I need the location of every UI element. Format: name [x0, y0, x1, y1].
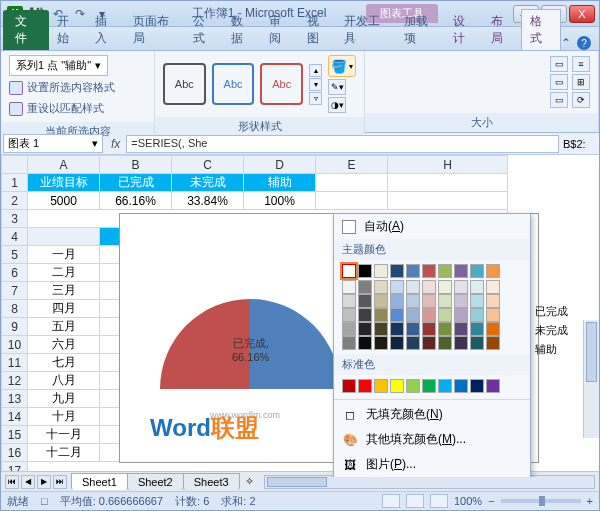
cell[interactable]: 一月 — [28, 246, 100, 264]
scrollbar-thumb[interactable] — [267, 477, 327, 487]
color-swatch[interactable] — [422, 379, 436, 393]
shape-effects-button[interactable]: ◑▾ — [328, 97, 346, 113]
cell[interactable]: 十月 — [28, 408, 100, 426]
row-header[interactable]: 4 — [2, 228, 28, 246]
color-swatch[interactable] — [470, 280, 484, 294]
fx-icon[interactable]: fx — [105, 137, 126, 151]
color-swatch[interactable] — [422, 336, 436, 350]
tab-page-layout[interactable]: 页面布局 — [125, 10, 185, 50]
color-swatch[interactable] — [438, 308, 452, 322]
col-header-e[interactable]: E — [316, 156, 388, 174]
color-swatch[interactable] — [470, 379, 484, 393]
color-swatch[interactable] — [422, 280, 436, 294]
row-header[interactable]: 8 — [2, 300, 28, 318]
color-swatch[interactable] — [454, 280, 468, 294]
shape-style-1[interactable]: Abc — [163, 63, 206, 105]
color-swatch[interactable] — [438, 379, 452, 393]
chart-element-selector[interactable]: 系列1 点 "辅助"▾ — [9, 55, 108, 76]
color-swatch[interactable] — [422, 264, 436, 278]
cell[interactable]: 业绩目标 — [28, 174, 100, 192]
color-swatch[interactable] — [438, 280, 452, 294]
cell[interactable]: 十二月 — [28, 444, 100, 462]
row-header[interactable]: 9 — [2, 318, 28, 336]
name-box[interactable]: 图表 1▾ — [3, 134, 103, 153]
color-swatch[interactable] — [406, 322, 420, 336]
fill-auto-item[interactable]: 自动(A) — [334, 214, 530, 239]
color-swatch[interactable] — [422, 294, 436, 308]
color-swatch[interactable] — [438, 264, 452, 278]
color-swatch[interactable] — [486, 264, 500, 278]
tab-chart-layout[interactable]: 布局 — [483, 10, 521, 50]
color-swatch[interactable] — [454, 336, 468, 350]
vertical-scrollbar[interactable] — [583, 320, 599, 438]
reset-style-button[interactable]: 重设以匹配样式 — [9, 99, 104, 118]
send-backward-button[interactable]: ▭ — [550, 74, 568, 90]
color-swatch[interactable] — [486, 379, 500, 393]
picture-fill-item[interactable]: 🖼图片(P)... — [334, 452, 530, 477]
cell[interactable] — [388, 174, 508, 192]
tab-insert[interactable]: 插入 — [87, 10, 125, 50]
color-swatch[interactable] — [470, 336, 484, 350]
zoom-level[interactable]: 100% — [454, 495, 482, 507]
cell[interactable]: 七月 — [28, 354, 100, 372]
color-swatch[interactable] — [470, 264, 484, 278]
color-swatch[interactable] — [390, 264, 404, 278]
cell[interactable]: 六月 — [28, 336, 100, 354]
color-swatch[interactable] — [390, 322, 404, 336]
cell[interactable]: 三月 — [28, 282, 100, 300]
color-swatch[interactable] — [454, 308, 468, 322]
tab-data[interactable]: 数据 — [223, 10, 261, 50]
color-swatch[interactable] — [438, 336, 452, 350]
color-swatch[interactable] — [406, 264, 420, 278]
view-page-break-button[interactable] — [430, 494, 448, 508]
help-icon[interactable]: ? — [577, 36, 591, 50]
color-swatch[interactable] — [406, 280, 420, 294]
cell[interactable]: 已完成 — [100, 174, 172, 192]
cell[interactable]: 八月 — [28, 372, 100, 390]
color-swatch[interactable] — [342, 280, 356, 294]
group-button[interactable]: ⊞ — [572, 74, 590, 90]
color-swatch[interactable] — [438, 294, 452, 308]
color-swatch[interactable] — [342, 308, 356, 322]
cell[interactable]: 33.84% — [172, 192, 244, 210]
sheet-nav-buttons[interactable]: ⏮◀▶⏭ — [1, 475, 71, 489]
sheet-tab-2[interactable]: Sheet2 — [127, 473, 184, 490]
cell[interactable] — [316, 174, 388, 192]
tab-chart-format[interactable]: 格式 — [521, 9, 561, 50]
color-swatch[interactable] — [454, 264, 468, 278]
color-swatch[interactable] — [358, 280, 372, 294]
cell[interactable]: 五月 — [28, 318, 100, 336]
view-normal-button[interactable] — [382, 494, 400, 508]
tab-view[interactable]: 视图 — [299, 10, 337, 50]
color-swatch[interactable] — [358, 336, 372, 350]
zoom-in-button[interactable]: + — [587, 495, 593, 507]
color-swatch[interactable] — [342, 322, 356, 336]
row-header[interactable]: 5 — [2, 246, 28, 264]
row-header[interactable]: 3 — [2, 210, 28, 228]
color-swatch[interactable] — [342, 336, 356, 350]
color-swatch[interactable] — [390, 294, 404, 308]
sheet-tab-3[interactable]: Sheet3 — [183, 473, 240, 490]
col-header-d[interactable]: D — [244, 156, 316, 174]
window-close-button[interactable]: X — [569, 5, 595, 23]
formula-input[interactable]: =SERIES(, She — [126, 135, 559, 153]
cell[interactable]: 5000 — [28, 192, 100, 210]
color-swatch[interactable] — [422, 308, 436, 322]
tab-file[interactable]: 文件 — [3, 10, 49, 50]
color-swatch[interactable] — [358, 379, 372, 393]
tab-developer[interactable]: 开发工具 — [336, 10, 396, 50]
ribbon-minimize-icon[interactable]: ⌃ — [561, 36, 571, 50]
color-swatch[interactable] — [470, 294, 484, 308]
tab-addins[interactable]: 加载项 — [396, 10, 445, 50]
color-swatch[interactable] — [358, 308, 372, 322]
color-swatch[interactable] — [470, 308, 484, 322]
align-button[interactable]: ≡ — [572, 56, 590, 72]
color-swatch[interactable] — [390, 379, 404, 393]
cell[interactable]: 100% — [244, 192, 316, 210]
scrollbar-thumb[interactable] — [586, 322, 597, 382]
color-swatch[interactable] — [454, 322, 468, 336]
col-header-h[interactable]: H — [388, 156, 508, 174]
color-swatch[interactable] — [374, 294, 388, 308]
color-swatch[interactable] — [342, 264, 356, 278]
color-swatch[interactable] — [374, 264, 388, 278]
